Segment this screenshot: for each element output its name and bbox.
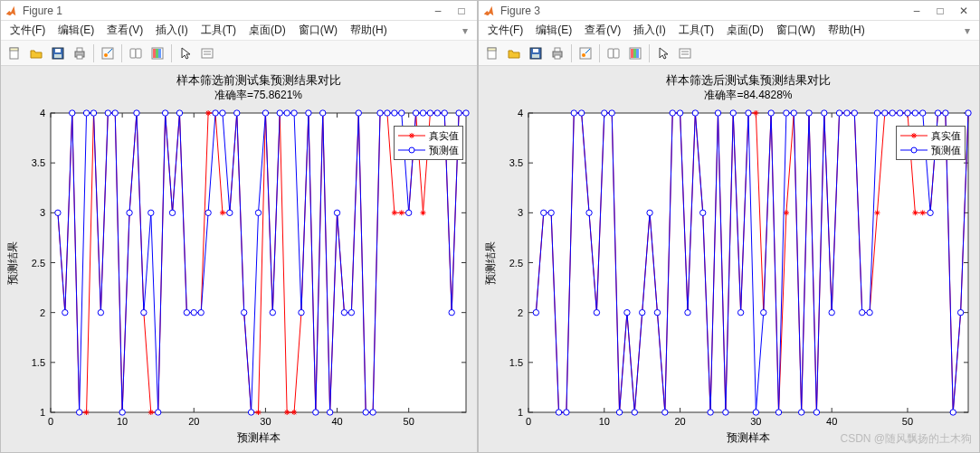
svg-point-665: [654, 309, 660, 315]
svg-text:2: 2: [40, 307, 45, 318]
link-icon[interactable]: [126, 43, 146, 63]
svg-point-691: [852, 110, 857, 116]
svg-point-682: [784, 110, 789, 116]
menu-item-0[interactable]: 文件(F): [482, 21, 528, 40]
svg-point-293: [62, 309, 68, 315]
menu-item-5[interactable]: 桌面(D): [243, 21, 291, 40]
svg-text:0: 0: [526, 416, 531, 427]
toolbar: [479, 41, 979, 66]
menu-more-icon[interactable]: ▾: [457, 23, 473, 39]
svg-point-9: [104, 53, 108, 57]
svg-rect-13: [153, 49, 156, 58]
svg-point-305: [148, 210, 154, 215]
svg-point-683: [791, 110, 796, 116]
minimize-button[interactable]: –: [905, 2, 928, 20]
svg-text:2.5: 2.5: [32, 258, 45, 269]
menu-more-icon[interactable]: ▾: [959, 23, 975, 39]
svg-point-340: [399, 110, 404, 116]
pointer-icon[interactable]: [176, 43, 195, 63]
svg-text:1: 1: [518, 407, 523, 418]
legend-label-pred: 预测值: [429, 144, 459, 157]
legend[interactable]: 真实值 预测值: [896, 126, 966, 160]
toolbar-separator: [121, 44, 122, 62]
matlab-logo-icon: [5, 5, 17, 17]
menu-item-2[interactable]: 查看(V): [101, 21, 148, 40]
legend-item-real: 真实值: [900, 128, 961, 143]
menu-item-6[interactable]: 窗口(W): [293, 21, 343, 40]
menu-item-3[interactable]: 插入(I): [628, 21, 671, 40]
data-cursor-icon[interactable]: [98, 43, 118, 63]
svg-point-306: [156, 410, 161, 415]
menu-item-0[interactable]: 文件(F): [5, 21, 51, 40]
properties-icon[interactable]: [675, 43, 695, 63]
properties-icon[interactable]: [197, 43, 217, 63]
svg-point-337: [377, 110, 383, 116]
plot-area[interactable]: 样本筛选后测试集预测结果对比准确率=84.4828%11.522.533.540…: [479, 66, 979, 452]
menu-item-4[interactable]: 工具(T): [195, 21, 242, 40]
svg-point-662: [632, 410, 637, 415]
open-folder-icon[interactable]: [504, 43, 524, 63]
minimize-button[interactable]: –: [426, 2, 450, 20]
svg-point-317: [234, 110, 240, 116]
window-title: Figure 1: [23, 5, 62, 17]
svg-text:4: 4: [40, 108, 45, 118]
svg-point-356: [409, 147, 414, 153]
new-file-icon[interactable]: [5, 43, 24, 63]
svg-point-301: [119, 410, 125, 415]
svg-point-659: [609, 110, 614, 116]
data-cursor-icon[interactable]: [576, 43, 595, 63]
insert-colorbar-icon[interactable]: [147, 43, 167, 63]
pointer-icon[interactable]: [653, 43, 673, 63]
svg-point-687: [822, 110, 827, 116]
svg-point-693: [867, 309, 872, 315]
menu-item-7[interactable]: 帮助(H): [823, 21, 871, 40]
menu-item-7[interactable]: 帮助(H): [345, 21, 393, 40]
x-axis-label: 预测样本: [237, 431, 281, 444]
legend-item-real: 真实值: [398, 128, 459, 143]
save-icon[interactable]: [526, 43, 546, 63]
svg-point-703: [943, 110, 948, 116]
titlebar[interactable]: Figure 1 –□: [1, 1, 477, 21]
legend[interactable]: 真实值 预测值: [394, 126, 463, 160]
svg-point-307: [162, 110, 167, 116]
svg-point-649: [533, 309, 538, 315]
svg-rect-16: [202, 49, 213, 58]
link-icon[interactable]: [604, 43, 623, 63]
titlebar[interactable]: Figure 3 –□✕: [479, 1, 979, 21]
svg-point-661: [624, 309, 630, 315]
menu-item-1[interactable]: 编辑(E): [530, 21, 577, 40]
svg-point-685: [806, 110, 812, 116]
maximize-button[interactable]: □: [928, 2, 952, 20]
maximize-button[interactable]: □: [450, 2, 473, 20]
plot-area[interactable]: 样本筛选前测试集预测结果对比准确率=75.8621%11.522.533.540…: [1, 66, 477, 452]
svg-text:50: 50: [902, 416, 913, 427]
menu-item-1[interactable]: 编辑(E): [52, 21, 100, 40]
insert-colorbar-icon[interactable]: [625, 43, 645, 63]
svg-point-690: [844, 110, 850, 116]
new-file-icon[interactable]: [482, 43, 502, 63]
close-button[interactable]: ✕: [952, 2, 975, 20]
svg-point-671: [700, 210, 706, 215]
toolbar-separator: [171, 44, 172, 62]
open-folder-icon[interactable]: [26, 43, 46, 63]
x-axis-label: 预测样本: [727, 431, 770, 444]
svg-point-666: [662, 410, 668, 415]
menubar: 文件(F)编辑(E)查看(V)插入(I)工具(T)桌面(D)窗口(W)帮助(H)…: [479, 21, 979, 41]
svg-point-700: [920, 110, 926, 116]
save-icon[interactable]: [48, 43, 68, 63]
menu-item-4[interactable]: 工具(T): [673, 21, 719, 40]
svg-rect-370: [631, 49, 633, 58]
svg-point-663: [639, 309, 644, 315]
svg-point-295: [76, 410, 81, 415]
svg-text:3: 3: [40, 207, 45, 218]
print-icon[interactable]: [70, 43, 90, 63]
svg-point-312: [198, 309, 204, 315]
svg-point-310: [184, 309, 189, 315]
print-icon[interactable]: [547, 43, 567, 63]
svg-point-672: [708, 410, 713, 415]
menu-item-3[interactable]: 插入(I): [150, 21, 193, 40]
menu-item-6[interactable]: 窗口(W): [771, 21, 821, 40]
menu-item-5[interactable]: 桌面(D): [721, 21, 769, 40]
toolbar-separator: [93, 44, 94, 62]
menu-item-2[interactable]: 查看(V): [579, 21, 626, 40]
